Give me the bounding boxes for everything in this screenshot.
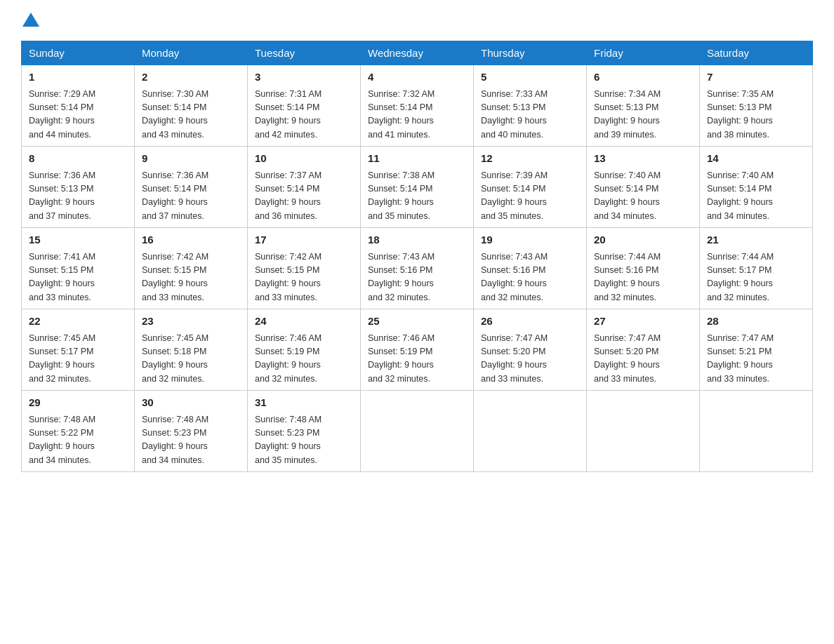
calendar-cell: 5 Sunrise: 7:33 AMSunset: 5:13 PMDayligh… — [474, 65, 587, 147]
day-number: 9 — [142, 151, 240, 167]
day-number: 26 — [481, 314, 579, 330]
day-number: 25 — [368, 314, 466, 330]
calendar-cell: 20 Sunrise: 7:44 AMSunset: 5:16 PMDaylig… — [587, 228, 700, 309]
calendar-cell: 10 Sunrise: 7:37 AMSunset: 5:14 PMDaylig… — [248, 147, 361, 228]
day-info: Sunrise: 7:46 AMSunset: 5:19 PMDaylight:… — [255, 332, 353, 387]
calendar-week-row: 1 Sunrise: 7:29 AMSunset: 5:14 PMDayligh… — [22, 65, 813, 147]
day-info: Sunrise: 7:48 AMSunset: 5:23 PMDaylight:… — [142, 413, 240, 468]
calendar-cell: 3 Sunrise: 7:31 AMSunset: 5:14 PMDayligh… — [248, 65, 361, 147]
day-number: 2 — [142, 69, 240, 86]
calendar-cell — [361, 391, 474, 472]
day-number: 6 — [594, 69, 692, 86]
logo — [21, 14, 41, 28]
day-number: 14 — [707, 151, 805, 167]
day-info: Sunrise: 7:40 AMSunset: 5:14 PMDaylight:… — [594, 169, 692, 224]
calendar-week-row: 22 Sunrise: 7:45 AMSunset: 5:17 PMDaylig… — [22, 309, 813, 391]
day-info: Sunrise: 7:43 AMSunset: 5:16 PMDaylight:… — [368, 250, 466, 305]
day-info: Sunrise: 7:40 AMSunset: 5:14 PMDaylight:… — [707, 169, 805, 224]
day-info: Sunrise: 7:39 AMSunset: 5:14 PMDaylight:… — [481, 169, 579, 224]
day-number: 4 — [368, 69, 466, 86]
calendar-cell: 17 Sunrise: 7:42 AMSunset: 5:15 PMDaylig… — [248, 228, 361, 309]
day-info: Sunrise: 7:33 AMSunset: 5:13 PMDaylight:… — [481, 88, 579, 142]
calendar-cell: 8 Sunrise: 7:36 AMSunset: 5:13 PMDayligh… — [22, 147, 135, 228]
page-header — [21, 14, 813, 28]
header-row: SundayMondayTuesdayWednesdayThursdayFrid… — [22, 41, 813, 65]
day-info: Sunrise: 7:45 AMSunset: 5:18 PMDaylight:… — [142, 332, 240, 387]
day-info: Sunrise: 7:42 AMSunset: 5:15 PMDaylight:… — [255, 250, 353, 305]
header-cell-thursday: Thursday — [474, 41, 587, 65]
calendar-cell: 21 Sunrise: 7:44 AMSunset: 5:17 PMDaylig… — [700, 228, 813, 309]
day-number: 18 — [368, 232, 466, 248]
calendar-cell: 6 Sunrise: 7:34 AMSunset: 5:13 PMDayligh… — [587, 65, 700, 147]
calendar-cell: 15 Sunrise: 7:41 AMSunset: 5:15 PMDaylig… — [22, 228, 135, 309]
calendar-cell: 29 Sunrise: 7:48 AMSunset: 5:22 PMDaylig… — [22, 391, 135, 472]
day-number: 22 — [29, 314, 127, 330]
day-info: Sunrise: 7:31 AMSunset: 5:14 PMDaylight:… — [255, 88, 353, 142]
day-number: 19 — [481, 232, 579, 248]
calendar-cell: 12 Sunrise: 7:39 AMSunset: 5:14 PMDaylig… — [474, 147, 587, 228]
calendar-cell: 4 Sunrise: 7:32 AMSunset: 5:14 PMDayligh… — [361, 65, 474, 147]
day-info: Sunrise: 7:46 AMSunset: 5:19 PMDaylight:… — [368, 332, 466, 387]
day-info: Sunrise: 7:47 AMSunset: 5:21 PMDaylight:… — [707, 332, 805, 387]
day-number: 8 — [29, 151, 127, 167]
header-cell-sunday: Sunday — [22, 41, 135, 65]
day-number: 29 — [29, 395, 127, 411]
calendar-cell: 25 Sunrise: 7:46 AMSunset: 5:19 PMDaylig… — [361, 309, 474, 391]
day-number: 13 — [594, 151, 692, 167]
header-cell-tuesday: Tuesday — [248, 41, 361, 65]
day-number: 24 — [255, 314, 353, 330]
calendar-cell: 31 Sunrise: 7:48 AMSunset: 5:23 PMDaylig… — [248, 391, 361, 472]
calendar-week-row: 8 Sunrise: 7:36 AMSunset: 5:13 PMDayligh… — [22, 147, 813, 228]
calendar-cell: 14 Sunrise: 7:40 AMSunset: 5:14 PMDaylig… — [700, 147, 813, 228]
day-info: Sunrise: 7:42 AMSunset: 5:15 PMDaylight:… — [142, 250, 240, 305]
day-info: Sunrise: 7:38 AMSunset: 5:14 PMDaylight:… — [368, 169, 466, 224]
day-info: Sunrise: 7:36 AMSunset: 5:13 PMDaylight:… — [29, 169, 127, 224]
calendar-cell: 2 Sunrise: 7:30 AMSunset: 5:14 PMDayligh… — [135, 65, 248, 147]
day-info: Sunrise: 7:32 AMSunset: 5:14 PMDaylight:… — [368, 88, 466, 142]
calendar-cell: 11 Sunrise: 7:38 AMSunset: 5:14 PMDaylig… — [361, 147, 474, 228]
header-cell-friday: Friday — [587, 41, 700, 65]
day-number: 16 — [142, 232, 240, 248]
day-info: Sunrise: 7:30 AMSunset: 5:14 PMDaylight:… — [142, 88, 240, 142]
calendar-cell: 13 Sunrise: 7:40 AMSunset: 5:14 PMDaylig… — [587, 147, 700, 228]
day-number: 30 — [142, 395, 240, 411]
day-info: Sunrise: 7:29 AMSunset: 5:14 PMDaylight:… — [29, 88, 127, 142]
logo-text — [21, 14, 41, 28]
logo-triangle-icon — [22, 13, 39, 27]
day-info: Sunrise: 7:44 AMSunset: 5:16 PMDaylight:… — [594, 250, 692, 305]
calendar-cell: 7 Sunrise: 7:35 AMSunset: 5:13 PMDayligh… — [700, 65, 813, 147]
day-number: 5 — [481, 69, 579, 86]
day-number: 15 — [29, 232, 127, 248]
day-info: Sunrise: 7:43 AMSunset: 5:16 PMDaylight:… — [481, 250, 579, 305]
day-info: Sunrise: 7:44 AMSunset: 5:17 PMDaylight:… — [707, 250, 805, 305]
calendar-table: SundayMondayTuesdayWednesdayThursdayFrid… — [21, 41, 813, 472]
header-cell-saturday: Saturday — [700, 41, 813, 65]
day-number: 20 — [594, 232, 692, 248]
calendar-week-row: 15 Sunrise: 7:41 AMSunset: 5:15 PMDaylig… — [22, 228, 813, 309]
day-info: Sunrise: 7:35 AMSunset: 5:13 PMDaylight:… — [707, 88, 805, 142]
calendar-body: 1 Sunrise: 7:29 AMSunset: 5:14 PMDayligh… — [22, 65, 813, 472]
day-number: 10 — [255, 151, 353, 167]
logo-blue-part — [21, 14, 41, 28]
day-number: 31 — [255, 395, 353, 411]
calendar-cell: 26 Sunrise: 7:47 AMSunset: 5:20 PMDaylig… — [474, 309, 587, 391]
day-number: 23 — [142, 314, 240, 330]
day-number: 21 — [707, 232, 805, 248]
calendar-cell: 1 Sunrise: 7:29 AMSunset: 5:14 PMDayligh… — [22, 65, 135, 147]
calendar-cell: 30 Sunrise: 7:48 AMSunset: 5:23 PMDaylig… — [135, 391, 248, 472]
calendar-cell: 22 Sunrise: 7:45 AMSunset: 5:17 PMDaylig… — [22, 309, 135, 391]
day-number: 11 — [368, 151, 466, 167]
calendar-cell — [700, 391, 813, 472]
day-info: Sunrise: 7:47 AMSunset: 5:20 PMDaylight:… — [481, 332, 579, 387]
calendar-cell: 16 Sunrise: 7:42 AMSunset: 5:15 PMDaylig… — [135, 228, 248, 309]
calendar-cell: 24 Sunrise: 7:46 AMSunset: 5:19 PMDaylig… — [248, 309, 361, 391]
day-number: 28 — [707, 314, 805, 330]
calendar-cell — [474, 391, 587, 472]
calendar-header: SundayMondayTuesdayWednesdayThursdayFrid… — [22, 41, 813, 65]
day-info: Sunrise: 7:36 AMSunset: 5:14 PMDaylight:… — [142, 169, 240, 224]
calendar-week-row: 29 Sunrise: 7:48 AMSunset: 5:22 PMDaylig… — [22, 391, 813, 472]
calendar-cell: 23 Sunrise: 7:45 AMSunset: 5:18 PMDaylig… — [135, 309, 248, 391]
day-info: Sunrise: 7:37 AMSunset: 5:14 PMDaylight:… — [255, 169, 353, 224]
header-cell-wednesday: Wednesday — [361, 41, 474, 65]
calendar-cell: 18 Sunrise: 7:43 AMSunset: 5:16 PMDaylig… — [361, 228, 474, 309]
